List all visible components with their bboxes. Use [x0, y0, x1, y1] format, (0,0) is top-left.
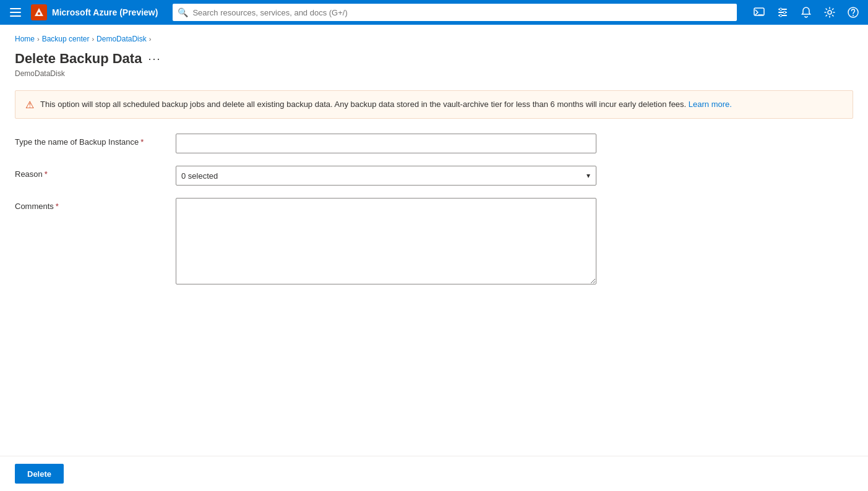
- svg-point-15: [853, 15, 854, 16]
- svg-rect-2: [10, 15, 21, 17]
- comments-textarea-wrap: [176, 198, 596, 286]
- backup-instance-input-wrap: [176, 134, 596, 153]
- svg-point-13: [828, 11, 831, 14]
- svg-point-12: [780, 14, 782, 17]
- search-input[interactable]: [173, 4, 737, 21]
- backup-instance-row: Type the name of Backup Instance *: [15, 134, 609, 153]
- warning-message: This option will stop all scheduled back…: [40, 100, 686, 109]
- svg-rect-0: [10, 8, 21, 9]
- warning-banner: ⚠ This option will stop all scheduled ba…: [15, 90, 853, 119]
- top-navigation-bar: Microsoft Azure (Preview) 🔍: [0, 0, 868, 25]
- required-star-1: *: [140, 137, 144, 147]
- cloud-shell-button[interactable]: [749, 2, 769, 22]
- comments-textarea[interactable]: [176, 198, 596, 284]
- more-options-button[interactable]: ···: [148, 53, 161, 66]
- breadcrumb-separator-2: ›: [92, 35, 94, 43]
- svg-point-11: [783, 11, 786, 14]
- main-container: Home › Backup center › DemoDataDisk › De…: [0, 25, 868, 491]
- svg-rect-1: [10, 12, 21, 13]
- reason-row: Reason * 0 selected ▾: [15, 166, 609, 186]
- reason-select[interactable]: 0 selected: [176, 166, 596, 186]
- warning-text: This option will stop all scheduled back…: [40, 98, 732, 111]
- hamburger-menu-button[interactable]: [5, 6, 26, 19]
- search-bar: 🔍: [173, 4, 737, 21]
- required-star-3: *: [56, 202, 59, 211]
- reason-label: Reason *: [15, 166, 176, 179]
- learn-more-link[interactable]: Learn more.: [689, 100, 732, 109]
- page-header: Delete Backup Data ···: [15, 51, 853, 67]
- breadcrumb-demo-data-disk[interactable]: DemoDataDisk: [97, 35, 147, 43]
- comments-row: Comments *: [15, 198, 609, 286]
- breadcrumb: Home › Backup center › DemoDataDisk ›: [15, 35, 853, 43]
- breadcrumb-separator-3: ›: [149, 35, 152, 43]
- form-section: Type the name of Backup Instance * Reaso…: [15, 134, 609, 286]
- page-subtitle: DemoDataDisk: [15, 69, 853, 78]
- svg-point-10: [780, 8, 782, 11]
- portal-settings-button[interactable]: [773, 2, 793, 22]
- backup-instance-input[interactable]: [176, 134, 596, 153]
- warning-icon: ⚠: [25, 99, 34, 111]
- footer-bar: Delete: [0, 456, 868, 491]
- delete-button[interactable]: Delete: [15, 464, 64, 484]
- reason-select-wrap: 0 selected ▾: [176, 166, 596, 186]
- app-title: Microsoft Azure (Preview): [52, 7, 158, 17]
- backup-instance-label: Type the name of Backup Instance *: [15, 134, 176, 147]
- breadcrumb-backup-center[interactable]: Backup center: [42, 35, 90, 43]
- azure-logo-badge: [31, 4, 47, 20]
- required-star-2: *: [45, 169, 48, 179]
- content-area: Home › Backup center › DemoDataDisk › De…: [0, 25, 868, 456]
- svg-marker-3: [35, 8, 43, 16]
- reason-select-wrapper: 0 selected ▾: [176, 166, 596, 186]
- top-bar-action-icons: [749, 2, 863, 22]
- breadcrumb-separator-1: ›: [37, 35, 40, 43]
- svg-point-4: [38, 12, 40, 15]
- search-icon: 🔍: [178, 7, 188, 17]
- breadcrumb-home[interactable]: Home: [15, 35, 35, 43]
- help-button[interactable]: [843, 2, 863, 22]
- settings-button[interactable]: [820, 2, 840, 22]
- notifications-button[interactable]: [796, 2, 816, 22]
- comments-label: Comments *: [15, 198, 176, 211]
- page-title: Delete Backup Data: [15, 51, 142, 67]
